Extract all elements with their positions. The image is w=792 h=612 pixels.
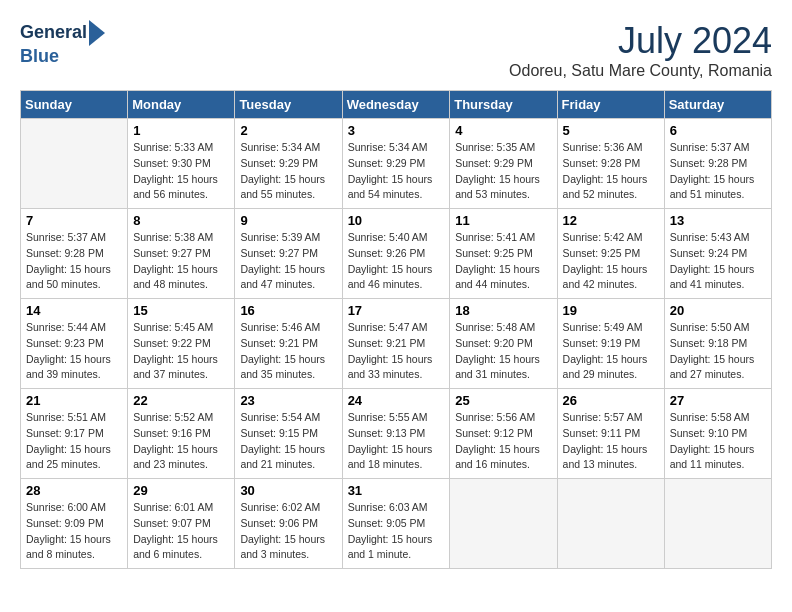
calendar-cell: 12Sunrise: 5:42 AM Sunset: 9:25 PM Dayli… [557,209,664,299]
day-info: Sunrise: 5:48 AM Sunset: 9:20 PM Dayligh… [455,320,551,383]
day-number: 6 [670,123,766,138]
day-number: 15 [133,303,229,318]
day-number: 21 [26,393,122,408]
day-number: 16 [240,303,336,318]
calendar-cell: 20Sunrise: 5:50 AM Sunset: 9:18 PM Dayli… [664,299,771,389]
day-info: Sunrise: 5:39 AM Sunset: 9:27 PM Dayligh… [240,230,336,293]
day-info: Sunrise: 5:40 AM Sunset: 9:26 PM Dayligh… [348,230,445,293]
calendar-cell: 29Sunrise: 6:01 AM Sunset: 9:07 PM Dayli… [128,479,235,569]
day-number: 8 [133,213,229,228]
day-number: 27 [670,393,766,408]
calendar-cell: 19Sunrise: 5:49 AM Sunset: 9:19 PM Dayli… [557,299,664,389]
calendar-cell: 17Sunrise: 5:47 AM Sunset: 9:21 PM Dayli… [342,299,450,389]
day-number: 9 [240,213,336,228]
calendar-cell: 8Sunrise: 5:38 AM Sunset: 9:27 PM Daylig… [128,209,235,299]
day-info: Sunrise: 6:00 AM Sunset: 9:09 PM Dayligh… [26,500,122,563]
logo-arrow-icon [89,20,111,46]
calendar-cell: 16Sunrise: 5:46 AM Sunset: 9:21 PM Dayli… [235,299,342,389]
day-number: 28 [26,483,122,498]
day-number: 24 [348,393,445,408]
day-number: 3 [348,123,445,138]
calendar-cell: 28Sunrise: 6:00 AM Sunset: 9:09 PM Dayli… [21,479,128,569]
day-number: 29 [133,483,229,498]
day-number: 13 [670,213,766,228]
day-number: 5 [563,123,659,138]
day-number: 20 [670,303,766,318]
calendar-cell: 10Sunrise: 5:40 AM Sunset: 9:26 PM Dayli… [342,209,450,299]
calendar-header-row: SundayMondayTuesdayWednesdayThursdayFrid… [21,91,772,119]
calendar-cell: 31Sunrise: 6:03 AM Sunset: 9:05 PM Dayli… [342,479,450,569]
calendar-col-header: Sunday [21,91,128,119]
calendar-col-header: Tuesday [235,91,342,119]
day-info: Sunrise: 5:46 AM Sunset: 9:21 PM Dayligh… [240,320,336,383]
logo-line2: Blue [20,46,111,67]
calendar-cell: 5Sunrise: 5:36 AM Sunset: 9:28 PM Daylig… [557,119,664,209]
calendar-col-header: Friday [557,91,664,119]
day-info: Sunrise: 5:35 AM Sunset: 9:29 PM Dayligh… [455,140,551,203]
calendar-cell: 7Sunrise: 5:37 AM Sunset: 9:28 PM Daylig… [21,209,128,299]
calendar-col-header: Wednesday [342,91,450,119]
day-number: 23 [240,393,336,408]
calendar-week-row: 28Sunrise: 6:00 AM Sunset: 9:09 PM Dayli… [21,479,772,569]
logo: General Blue [20,20,111,67]
calendar-cell: 22Sunrise: 5:52 AM Sunset: 9:16 PM Dayli… [128,389,235,479]
day-info: Sunrise: 5:51 AM Sunset: 9:17 PM Dayligh… [26,410,122,473]
day-info: Sunrise: 5:34 AM Sunset: 9:29 PM Dayligh… [240,140,336,203]
calendar-cell: 13Sunrise: 5:43 AM Sunset: 9:24 PM Dayli… [664,209,771,299]
day-info: Sunrise: 5:36 AM Sunset: 9:28 PM Dayligh… [563,140,659,203]
day-number: 19 [563,303,659,318]
calendar-cell: 4Sunrise: 5:35 AM Sunset: 9:29 PM Daylig… [450,119,557,209]
day-info: Sunrise: 6:02 AM Sunset: 9:06 PM Dayligh… [240,500,336,563]
day-number: 17 [348,303,445,318]
calendar-cell [450,479,557,569]
day-info: Sunrise: 5:50 AM Sunset: 9:18 PM Dayligh… [670,320,766,383]
day-number: 30 [240,483,336,498]
day-info: Sunrise: 5:37 AM Sunset: 9:28 PM Dayligh… [670,140,766,203]
calendar-cell: 30Sunrise: 6:02 AM Sunset: 9:06 PM Dayli… [235,479,342,569]
day-info: Sunrise: 5:45 AM Sunset: 9:22 PM Dayligh… [133,320,229,383]
calendar-week-row: 7Sunrise: 5:37 AM Sunset: 9:28 PM Daylig… [21,209,772,299]
day-info: Sunrise: 5:41 AM Sunset: 9:25 PM Dayligh… [455,230,551,293]
day-number: 7 [26,213,122,228]
day-number: 25 [455,393,551,408]
calendar-cell [21,119,128,209]
svg-marker-0 [89,20,105,46]
logo-text: General [20,20,111,46]
calendar-cell: 11Sunrise: 5:41 AM Sunset: 9:25 PM Dayli… [450,209,557,299]
day-info: Sunrise: 5:33 AM Sunset: 9:30 PM Dayligh… [133,140,229,203]
calendar-cell: 18Sunrise: 5:48 AM Sunset: 9:20 PM Dayli… [450,299,557,389]
calendar-cell: 2Sunrise: 5:34 AM Sunset: 9:29 PM Daylig… [235,119,342,209]
calendar-col-header: Saturday [664,91,771,119]
day-number: 11 [455,213,551,228]
calendar-cell: 26Sunrise: 5:57 AM Sunset: 9:11 PM Dayli… [557,389,664,479]
calendar-cell: 9Sunrise: 5:39 AM Sunset: 9:27 PM Daylig… [235,209,342,299]
day-number: 18 [455,303,551,318]
day-info: Sunrise: 5:42 AM Sunset: 9:25 PM Dayligh… [563,230,659,293]
calendar-cell: 15Sunrise: 5:45 AM Sunset: 9:22 PM Dayli… [128,299,235,389]
day-number: 4 [455,123,551,138]
calendar-cell: 23Sunrise: 5:54 AM Sunset: 9:15 PM Dayli… [235,389,342,479]
day-info: Sunrise: 6:01 AM Sunset: 9:07 PM Dayligh… [133,500,229,563]
day-number: 10 [348,213,445,228]
title-block: July 2024 Odoreu, Satu Mare County, Roma… [509,20,772,80]
calendar-week-row: 21Sunrise: 5:51 AM Sunset: 9:17 PM Dayli… [21,389,772,479]
calendar-cell: 27Sunrise: 5:58 AM Sunset: 9:10 PM Dayli… [664,389,771,479]
calendar-cell: 14Sunrise: 5:44 AM Sunset: 9:23 PM Dayli… [21,299,128,389]
day-info: Sunrise: 5:37 AM Sunset: 9:28 PM Dayligh… [26,230,122,293]
day-info: Sunrise: 5:52 AM Sunset: 9:16 PM Dayligh… [133,410,229,473]
day-number: 31 [348,483,445,498]
calendar-cell: 21Sunrise: 5:51 AM Sunset: 9:17 PM Dayli… [21,389,128,479]
month-year: July 2024 [509,20,772,62]
page-header: General Blue July 2024 Odoreu, Satu Mare… [20,20,772,80]
calendar-cell: 1Sunrise: 5:33 AM Sunset: 9:30 PM Daylig… [128,119,235,209]
calendar-cell: 3Sunrise: 5:34 AM Sunset: 9:29 PM Daylig… [342,119,450,209]
day-info: Sunrise: 5:47 AM Sunset: 9:21 PM Dayligh… [348,320,445,383]
location: Odoreu, Satu Mare County, Romania [509,62,772,80]
day-info: Sunrise: 5:38 AM Sunset: 9:27 PM Dayligh… [133,230,229,293]
day-number: 12 [563,213,659,228]
calendar-table: SundayMondayTuesdayWednesdayThursdayFrid… [20,90,772,569]
calendar-col-header: Monday [128,91,235,119]
day-number: 22 [133,393,229,408]
day-number: 1 [133,123,229,138]
day-number: 26 [563,393,659,408]
